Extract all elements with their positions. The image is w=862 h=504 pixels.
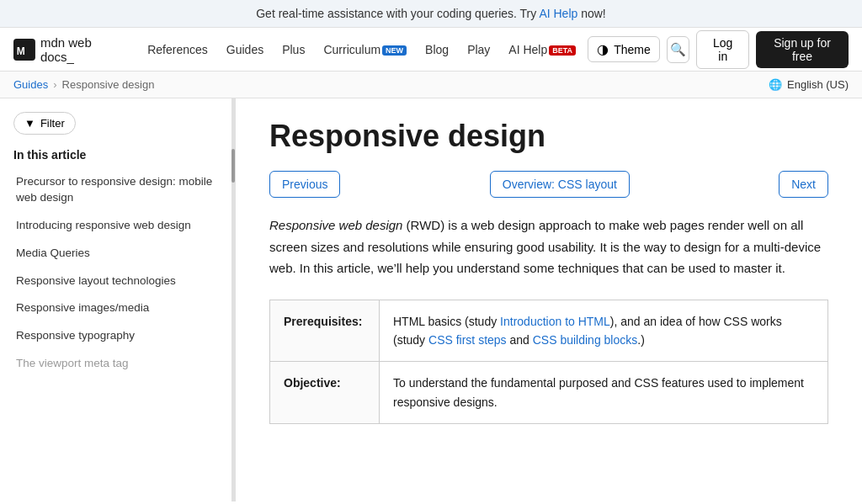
nav-right: ◑ Theme 🔍 Log in Sign up for free (588, 30, 849, 69)
intro-html-link[interactable]: Introduction to HTML (500, 315, 610, 328)
main-content: Responsive design Previous Overview: CSS… (236, 98, 862, 501)
breadcrumb-parent[interactable]: Guides (13, 78, 48, 91)
toc-item-intro: Introducing responsive web design (0, 212, 235, 240)
search-icon: 🔍 (670, 42, 686, 57)
ai-help-link[interactable]: AI Help (539, 7, 577, 20)
objective-content-cell: To understand the fundamental purposed a… (380, 362, 828, 424)
objective-label-cell: Objective: (270, 362, 380, 424)
new-badge: NEW (382, 45, 407, 56)
page-title: Responsive design (269, 119, 828, 154)
toc-item-precursor: Precursor to responsive design: mobile w… (0, 168, 235, 212)
page-layout: ▼ Filter In this article Precursor to re… (0, 98, 862, 501)
nav-plus[interactable]: Plus (274, 38, 313, 61)
logo-text: mdn web docs_ (40, 35, 122, 64)
prereq-text-before: HTML basics (study (393, 315, 500, 328)
filter-label: Filter (40, 117, 65, 130)
rwd-term: Responsive web design (269, 218, 402, 232)
table-of-contents: Precursor to responsive design: mobile w… (0, 168, 235, 378)
in-article-heading: In this article (0, 145, 235, 168)
breadcrumb-current: Responsive design (62, 78, 155, 91)
nav-blog[interactable]: Blog (417, 38, 457, 61)
next-button[interactable]: Next (779, 171, 828, 198)
toc-item-viewport: The viewport meta tag (0, 350, 235, 378)
scrollbar-thumb (231, 149, 235, 183)
nav-links: References Guides Plus CurriculumNEW Blo… (139, 38, 584, 61)
toc-link-typography[interactable]: Responsive typography (3, 322, 235, 350)
css-building-blocks-link[interactable]: CSS building blocks (533, 333, 638, 347)
nav-references[interactable]: References (139, 38, 216, 61)
theme-button[interactable]: ◑ Theme (588, 36, 660, 62)
previous-button[interactable]: Previous (269, 171, 340, 198)
toc-item-images: Responsive images/media (0, 294, 235, 322)
overview-button[interactable]: Overview: CSS layout (490, 171, 630, 198)
logo-link[interactable]: M mdn web docs_ (13, 35, 122, 64)
globe-icon: 🌐 (769, 78, 782, 91)
banner-text: Get real-time assistance with your codin… (256, 7, 539, 20)
css-first-steps-link[interactable]: CSS first steps (428, 333, 507, 347)
search-button[interactable]: 🔍 (667, 36, 690, 63)
banner-text-after: now! (577, 7, 605, 20)
theme-label: Theme (614, 43, 651, 56)
toc-item-typography: Responsive typography (0, 322, 235, 350)
table-row-prereq: Prerequisites: HTML basics (study Introd… (270, 300, 828, 362)
breadcrumb-separator: › (53, 78, 56, 91)
top-banner: Get real-time assistance with your codin… (0, 0, 862, 28)
beta-badge: BETA (549, 45, 576, 56)
filter-button[interactable]: ▼ Filter (13, 112, 76, 135)
table-row-objective: Objective: To understand the fundamental… (270, 362, 828, 424)
toc-link-media-queries[interactable]: Media Queries (3, 240, 235, 268)
main-nav: M mdn web docs_ References Guides Plus C… (0, 28, 862, 72)
theme-icon: ◑ (597, 41, 609, 57)
nav-guides[interactable]: Guides (218, 38, 272, 61)
breadcrumb: Guides › Responsive design 🌐 English (US… (0, 72, 862, 98)
navigation-buttons: Previous Overview: CSS layout Next (269, 171, 828, 198)
filter-icon: ▼ (24, 117, 35, 130)
prereq-text-after: .) (637, 333, 645, 347)
toc-item-media-queries: Media Queries (0, 240, 235, 268)
sidebar-filter-section: ▼ Filter (0, 112, 235, 145)
nav-curriculum[interactable]: CurriculumNEW (315, 38, 415, 61)
toc-link-intro[interactable]: Introducing responsive web design (3, 212, 235, 240)
prerequisites-table: Prerequisites: HTML basics (study Introd… (269, 300, 828, 425)
svg-text:M: M (17, 45, 25, 56)
language-label: English (US) (787, 78, 849, 91)
signup-button[interactable]: Sign up for free (756, 31, 849, 68)
mdn-logo-icon: M (13, 38, 35, 61)
nav-play[interactable]: Play (459, 38, 498, 61)
toc-link-viewport[interactable]: The viewport meta tag (3, 350, 235, 378)
toc-link-layout[interactable]: Responsive layout technologies (3, 268, 235, 295)
login-button[interactable]: Log in (696, 30, 749, 69)
sidebar: ▼ Filter In this article Precursor to re… (0, 98, 236, 501)
toc-link-precursor[interactable]: Precursor to responsive design: mobile w… (3, 168, 235, 212)
prereq-label-cell: Prerequisites: (270, 300, 380, 362)
language-selector[interactable]: 🌐 English (US) (769, 78, 849, 91)
toc-item-layout: Responsive layout technologies (0, 268, 235, 295)
prereq-content-cell: HTML basics (study Introduction to HTML)… (380, 300, 828, 362)
sidebar-scrollbar[interactable] (231, 98, 235, 501)
nav-ai-help[interactable]: AI HelpBETA (500, 38, 584, 61)
prereq-text-mid2: and (507, 333, 533, 347)
toc-link-images[interactable]: Responsive images/media (3, 294, 235, 322)
intro-paragraph: Responsive web design (RWD) is a web des… (269, 215, 828, 279)
